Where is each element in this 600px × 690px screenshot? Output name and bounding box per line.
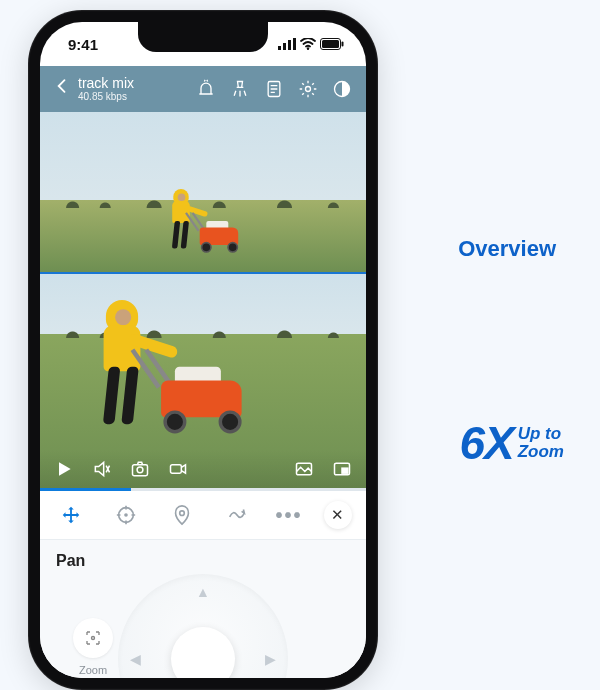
snapshot-button[interactable] — [130, 459, 150, 479]
phone-notch — [138, 22, 268, 52]
playback-progress[interactable] — [40, 488, 366, 491]
status-time: 9:41 — [68, 36, 98, 53]
ptz-panel-title: Pan — [56, 552, 350, 570]
ptz-tab-preset[interactable] — [165, 498, 199, 532]
zoom-text-line2: Zoom — [518, 443, 564, 461]
clip-icon[interactable] — [262, 77, 286, 101]
cellular-icon — [278, 38, 296, 50]
ptz-tab-track[interactable] — [109, 498, 143, 532]
bitrate-label: 40.85 kbps — [78, 91, 134, 102]
svg-point-12 — [137, 467, 143, 473]
siren-icon[interactable] — [194, 77, 218, 101]
svg-rect-0 — [278, 46, 281, 50]
zoom-text-line1: Up to — [518, 425, 564, 443]
play-button[interactable] — [54, 459, 74, 479]
settings-icon[interactable] — [296, 77, 320, 101]
camera-title-block[interactable]: track mix 40.85 kbps — [78, 76, 134, 102]
zoom-button[interactable]: Zoom — [62, 618, 124, 676]
svg-rect-6 — [322, 40, 339, 48]
svg-rect-3 — [293, 38, 296, 50]
ptz-close-button[interactable]: ✕ — [324, 501, 352, 529]
marketing-label-zoom: 6X Up to Zoom — [459, 416, 564, 470]
zoom-icon — [73, 618, 113, 658]
svg-point-19 — [179, 511, 184, 516]
marketing-label-overview: Overview — [458, 236, 556, 262]
gallery-button[interactable] — [294, 459, 314, 479]
svg-point-18 — [125, 513, 129, 517]
zoom-label: Zoom — [79, 664, 107, 676]
spotlight-icon[interactable] — [228, 77, 252, 101]
joystick-thumb[interactable] — [171, 627, 235, 678]
camera-name: track mix — [78, 76, 134, 91]
app-top-bar: track mix 40.85 kbps — [40, 66, 366, 112]
ptz-joystick[interactable]: ▲ ▼ ◀ ▶ — [118, 574, 288, 678]
zoom-multiplier: 6X — [459, 416, 513, 470]
mute-button[interactable] — [92, 459, 112, 479]
phone-frame: 9:41 track mix 40.85 kbps — [28, 10, 378, 690]
svg-rect-13 — [171, 465, 182, 473]
wifi-icon — [300, 38, 316, 50]
svg-point-4 — [307, 47, 309, 49]
record-button[interactable] — [168, 459, 188, 479]
status-indicators — [278, 38, 344, 50]
phone-screen: 9:41 track mix 40.85 kbps — [40, 22, 366, 678]
svg-point-9 — [306, 87, 311, 92]
svg-rect-16 — [342, 468, 348, 473]
arrow-right-icon: ▶ — [265, 651, 276, 667]
arrow-up-icon: ▲ — [196, 584, 210, 600]
battery-icon — [320, 38, 344, 50]
arrow-left-icon: ◀ — [130, 651, 141, 667]
ptz-tab-move[interactable] — [54, 498, 88, 532]
pip-button[interactable] — [332, 459, 352, 479]
back-button[interactable] — [48, 76, 76, 102]
ptz-panel: Pan Zoom ▲ ▼ ◀ ▶ — [40, 540, 366, 678]
contrast-icon[interactable] — [330, 77, 354, 101]
ptz-tab-strip: ••• ✕ — [40, 491, 366, 539]
ptz-tab-more[interactable]: ••• — [276, 504, 303, 527]
svg-point-20 — [92, 637, 95, 640]
svg-rect-1 — [283, 43, 286, 50]
svg-rect-7 — [342, 42, 344, 47]
ptz-tab-patrol[interactable] — [220, 498, 254, 532]
zoom-video-feed[interactable] — [40, 272, 366, 488]
overview-video-feed[interactable] — [40, 112, 366, 272]
media-controls — [40, 450, 366, 488]
svg-rect-2 — [288, 40, 291, 50]
